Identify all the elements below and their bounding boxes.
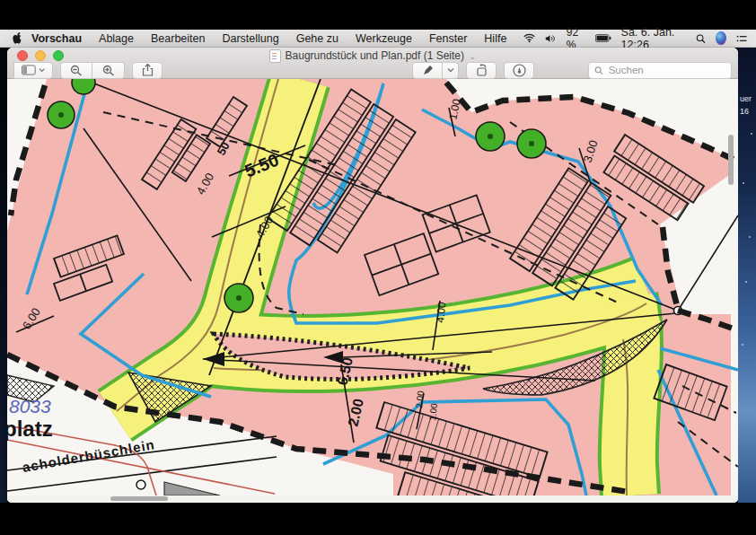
volume-icon[interactable]	[545, 33, 556, 44]
battery-icon	[595, 33, 611, 43]
search-icon	[594, 66, 603, 75]
search-field[interactable]	[588, 62, 732, 79]
desktop-icon-label-fragment: uer	[740, 94, 752, 103]
rotate-left-icon	[475, 64, 488, 76]
menu-bar: Vorschau Ablage Bearbeiten Darstellung G…	[0, 30, 756, 48]
zoom-out-button[interactable]	[60, 62, 92, 79]
desktop-strip-right: uer 16	[738, 48, 756, 503]
window-title: Baugrundstück und Plan.pdf (1 Seite)	[286, 49, 464, 62]
rotate-button[interactable]	[466, 62, 497, 79]
wifi-icon[interactable]	[523, 32, 535, 44]
chevron-down-icon	[447, 67, 454, 73]
spotlight-search-icon[interactable]	[696, 32, 706, 45]
menu-item-vorschau[interactable]: Vorschau	[31, 32, 82, 45]
desktop-bottom-bar	[0, 503, 756, 535]
menu-item-fenster[interactable]: Fenster	[429, 32, 467, 45]
horizontal-scrollbar[interactable]	[110, 496, 168, 501]
dim-label: 2.00	[414, 390, 426, 408]
vertical-scrollbar[interactable]	[728, 135, 734, 185]
zoom-out-icon	[70, 65, 83, 76]
sidebar-icon	[22, 65, 36, 75]
manhole-marker	[136, 480, 145, 489]
apple-menu[interactable]	[11, 31, 22, 45]
menu-item-werkzeuge[interactable]: Werkzeuge	[356, 32, 412, 45]
markup-toolbar-button[interactable]	[504, 62, 534, 79]
pen-circle-icon	[513, 64, 526, 77]
zoom-in-button[interactable]	[92, 62, 125, 79]
horizontal-scrollbar-track[interactable]	[7, 496, 738, 503]
menu-item-gehezu[interactable]: Gehe zu	[296, 32, 338, 45]
menu-item-bearbeiten[interactable]: Bearbeiten	[151, 32, 205, 45]
menu-item-hilfe[interactable]: Hilfe	[484, 32, 506, 45]
place-name-platz: platz	[7, 417, 53, 441]
pdf-content-area[interactable]: 50 5.50 4.00 4.00 6.00 1.00 3.00 4.00 2.…	[7, 79, 738, 503]
apple-logo-icon	[11, 31, 22, 45]
markup-pen-dropdown[interactable]	[443, 62, 459, 79]
sidebar-view-button[interactable]	[13, 62, 53, 79]
desktop-icon-label-fragment: 16	[740, 107, 749, 116]
menu-item-ablage[interactable]: Ablage	[99, 32, 134, 45]
pdf-page-map[interactable]: 50 5.50 4.00 4.00 6.00 1.00 3.00 4.00 2.…	[7, 79, 738, 496]
marker-pen-icon	[422, 65, 434, 76]
markup-pen-button[interactable]	[412, 62, 443, 79]
dim-label: 4.00	[434, 301, 448, 323]
desktop-strip-left	[0, 48, 7, 503]
siri-icon[interactable]	[716, 31, 726, 45]
search-input[interactable]	[607, 64, 725, 76]
preview-window: Baugrundstück und Plan.pdf (1 Seite) ⌄	[7, 48, 738, 503]
title-chevron-icon[interactable]: ⌄	[469, 51, 476, 61]
window-titlebar[interactable]: Baugrundstück und Plan.pdf (1 Seite) ⌄	[7, 48, 738, 79]
notification-center-icon[interactable]	[736, 33, 747, 44]
menu-item-darstellung[interactable]: Darstellung	[222, 32, 278, 45]
share-button[interactable]	[132, 62, 163, 79]
dim-label: 1.00	[427, 402, 439, 421]
parcel-number-8033: 8033	[9, 396, 51, 417]
zoom-in-icon	[102, 65, 115, 76]
share-icon	[142, 64, 154, 76]
chevron-down-icon	[39, 67, 45, 73]
